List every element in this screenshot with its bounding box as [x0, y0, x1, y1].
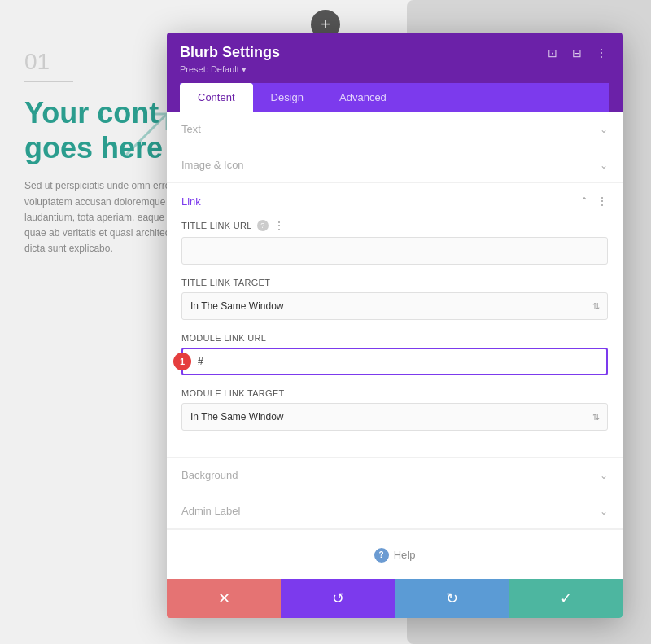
module-link-target-label: Module Link Target	[181, 388, 285, 398]
plus-icon: +	[321, 15, 330, 34]
section-admin-label[interactable]: Admin Label ⌄	[167, 493, 623, 529]
section-background[interactable]: Background ⌄	[167, 458, 623, 493]
modal-header-icons: ⊡ ⊟ ⋮	[544, 45, 609, 61]
title-link-target-select-wrapper: In The Same Window In A New Window	[181, 292, 608, 320]
module-link-target-label-row: Module Link Target	[181, 388, 608, 398]
modal-footer-help: ? Help	[167, 529, 623, 579]
blurb-settings-modal: Blurb Settings ⊡ ⊟ ⋮ Preset: Default ▾ C…	[167, 33, 623, 618]
background-content: 01 Your cont goes here Sed ut perspiciat…	[24, 49, 187, 256]
tab-content[interactable]: Content	[180, 83, 253, 112]
module-link-target-group: Module Link Target In The Same Window In…	[181, 388, 608, 431]
section-link-header[interactable]: Link ⌃ ⋮	[167, 183, 623, 219]
module-link-wrapper: 1	[181, 348, 608, 375]
help-circle-icon: ?	[374, 548, 389, 563]
module-link-url-input[interactable]	[181, 348, 608, 375]
modal-title: Blurb Settings	[180, 44, 280, 61]
help-label: Help	[394, 549, 416, 561]
section-text[interactable]: Text ⌄	[167, 112, 623, 147]
module-link-target-select-wrapper: In The Same Window In A New Window	[181, 403, 608, 431]
title-link-target-group: Title Link Target In The Same Window In …	[181, 278, 608, 320]
svg-line-0	[126, 114, 167, 155]
image-icon-chevron-icon: ⌄	[600, 160, 608, 171]
title-link-target-label-row: Title Link Target	[181, 278, 608, 287]
more-options-icon[interactable]: ⋮	[593, 45, 609, 61]
title-link-url-label-row: Title Link URL ? ⋮	[181, 219, 608, 232]
title-link-target-label: Title Link Target	[181, 278, 270, 287]
section-link: Link ⌃ ⋮ Title Link URL ? ⋮	[167, 183, 623, 458]
title-link-target-select[interactable]: In The Same Window In A New Window	[181, 292, 608, 320]
section-text-label: Text	[181, 123, 201, 135]
section-body-text: Sed ut perspiciatis unde omn error sit v…	[24, 178, 187, 256]
background-chevron-icon: ⌄	[600, 470, 608, 481]
link-chevron-up-icon: ⌃	[580, 195, 588, 207]
modal-tabs: Content Design Advanced	[180, 83, 609, 112]
modal-title-row: Blurb Settings ⊡ ⊟ ⋮	[180, 44, 609, 61]
save-button[interactable]: ✓	[509, 579, 623, 618]
section-number: 01	[24, 49, 73, 82]
section-background-label: Background	[181, 469, 238, 481]
link-section-options-icon[interactable]: ⋮	[596, 195, 608, 208]
reset-button[interactable]: ↺	[281, 579, 395, 618]
tab-design[interactable]: Design	[253, 83, 321, 112]
title-link-url-input[interactable]	[181, 237, 608, 265]
admin-label-chevron-icon: ⌄	[600, 506, 608, 517]
modal-header: Blurb Settings ⊡ ⊟ ⋮ Preset: Default ▾ C…	[167, 33, 623, 112]
module-link-target-select[interactable]: In The Same Window In A New Window	[181, 403, 608, 431]
title-link-url-label: Title Link URL	[181, 221, 252, 230]
module-link-url-label: Module Link URL	[181, 333, 266, 343]
cancel-button[interactable]: ✕	[167, 579, 281, 618]
preset-label[interactable]: Preset: Default ▾	[180, 64, 609, 75]
title-link-url-group: Title Link URL ? ⋮	[181, 219, 608, 265]
focus-mode-icon[interactable]: ⊡	[544, 45, 561, 61]
link-section-icons: ⌃ ⋮	[580, 195, 608, 208]
link-form-section: Title Link URL ? ⋮ Title Link Target In …	[167, 219, 623, 457]
section-admin-label-label: Admin Label	[181, 505, 240, 517]
module-link-badge: 1	[173, 353, 191, 370]
reset-icon: ↺	[332, 589, 344, 607]
text-chevron-icon: ⌄	[600, 124, 608, 135]
module-link-url-label-row: Module Link URL	[181, 333, 608, 343]
module-link-url-group: Module Link URL 1	[181, 333, 608, 375]
decorative-arrow	[122, 110, 171, 159]
cancel-icon: ✕	[218, 589, 230, 607]
title-link-url-help-icon[interactable]: ?	[257, 220, 269, 231]
section-link-label: Link	[181, 195, 201, 208]
redo-button[interactable]: ↻	[395, 579, 509, 618]
help-link[interactable]: ? Help	[374, 548, 416, 563]
section-image-icon[interactable]: Image & Icon ⌄	[167, 147, 623, 183]
save-icon: ✓	[560, 589, 572, 607]
section-image-icon-label: Image & Icon	[181, 159, 244, 171]
columns-icon[interactable]: ⊟	[569, 45, 585, 61]
redo-icon: ↻	[446, 589, 458, 607]
modal-body: Text ⌄ Image & Icon ⌄ Link ⌃ ⋮ T	[167, 112, 623, 579]
action-bar: ✕ ↺ ↻ ✓	[167, 579, 623, 618]
tab-advanced[interactable]: Advanced	[321, 83, 404, 112]
title-link-url-options-icon[interactable]: ⋮	[273, 219, 285, 232]
